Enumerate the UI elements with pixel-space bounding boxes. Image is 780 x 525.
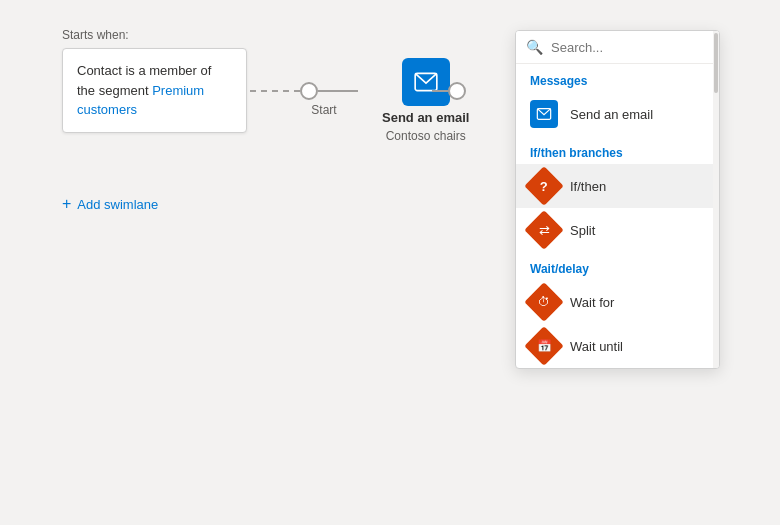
menu-item-label-wait-until: Wait until xyxy=(570,339,623,354)
email-node-sublabel: Contoso chairs xyxy=(386,129,466,143)
search-icon: 🔍 xyxy=(526,39,543,55)
ifthen-diamond-icon: ? xyxy=(524,166,564,206)
menu-item-label-ifthen: If/then xyxy=(570,179,606,194)
menu-item-label-wait-for: Wait for xyxy=(570,295,614,310)
canvas-area: Starts when: Contact is a member of the … xyxy=(0,0,780,525)
email-node-label: Send an email xyxy=(382,110,469,125)
waitfor-icon-symbol: ⏱ xyxy=(538,295,550,309)
waituntil-diamond-icon: 📅 xyxy=(524,326,564,366)
menu-item-split[interactable]: ⇄ Split xyxy=(516,208,719,252)
add-swimlane-button[interactable]: + Add swimlane xyxy=(62,195,158,213)
email-small-icon xyxy=(536,106,552,122)
waituntil-icon-symbol: 📅 xyxy=(537,339,552,353)
starts-when-label: Starts when: xyxy=(62,28,129,42)
start-circle-node xyxy=(300,82,318,100)
waitfor-diamond-icon: ⏱ xyxy=(524,282,564,322)
menu-item-wait-until[interactable]: 📅 Wait until xyxy=(516,324,719,368)
blue-email-icon xyxy=(530,100,558,128)
search-box: 🔍 xyxy=(516,31,719,64)
start-label: Start xyxy=(304,103,344,117)
menu-item-send-email[interactable]: Send an email xyxy=(516,92,719,136)
after-email-connector xyxy=(432,82,466,100)
search-input[interactable] xyxy=(551,40,709,55)
menu-item-label-split: Split xyxy=(570,223,595,238)
split-icon-symbol: ⇄ xyxy=(539,223,550,238)
post-email-line xyxy=(432,90,448,92)
scrollbar-thumb[interactable] xyxy=(714,33,718,93)
split-diamond-icon: ⇄ xyxy=(524,210,564,250)
add-swimlane-icon: + xyxy=(62,195,71,213)
scrollbar-track[interactable] xyxy=(713,31,719,368)
ifthen-icon-symbol: ? xyxy=(540,178,548,193)
after-email-circle xyxy=(448,82,466,100)
add-swimlane-label: Add swimlane xyxy=(77,197,158,212)
section-header-waitdelay: Wait/delay xyxy=(516,252,719,280)
dashed-line xyxy=(250,90,300,92)
menu-item-ifthen[interactable]: ? If/then xyxy=(516,164,719,208)
menu-item-label-send-email: Send an email xyxy=(570,107,653,122)
section-header-ifthen: If/then branches xyxy=(516,136,719,164)
section-header-messages: Messages xyxy=(516,64,719,92)
solid-line xyxy=(318,90,358,92)
menu-item-wait-for[interactable]: ⏱ Wait for xyxy=(516,280,719,324)
email-action-node[interactable]: Send an email Contoso chairs xyxy=(382,58,469,143)
trigger-box: Contact is a member of the segment Premi… xyxy=(62,48,247,133)
flow-connector xyxy=(250,82,358,100)
action-dropdown-panel: 🔍 Messages Send an email If/then branche… xyxy=(515,30,720,369)
